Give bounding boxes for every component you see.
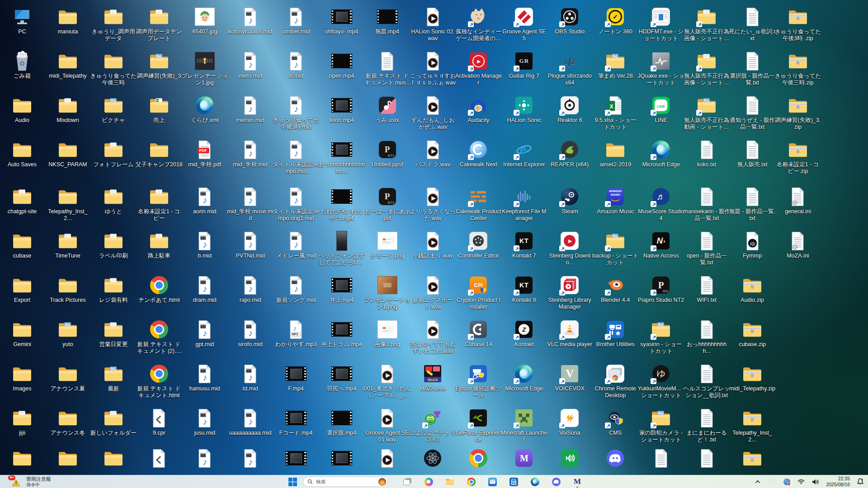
desktop-icon[interactable]: 新規 テキスト ドキュメント.musicxml [364, 50, 411, 87]
desktop-icon[interactable]: REAPER (x64) [546, 139, 593, 168]
desktop-icon[interactable] [455, 447, 502, 470]
desktop-icon[interactable]: ♪uaaaaaaaaa.mid [227, 407, 274, 436]
desktop-icon[interactable]: GRGuitar Rig 7 [500, 50, 547, 80]
desktop-icon[interactable]: Cakewalk Next [455, 139, 502, 168]
desktop-icon[interactable]: HALion Sonic [500, 94, 547, 124]
desktop-icon[interactable]: 最新 [90, 363, 137, 392]
desktop-icon[interactable]: 死にたい_ゅ歌詞.txt [729, 6, 776, 42]
desktop-icon[interactable]: おっhhhhhhhhhh... [683, 319, 730, 355]
desktop-icon[interactable]: ♪dram.mid [181, 274, 228, 304]
desktop-icon[interactable]: 新しいフォルダー [90, 407, 137, 436]
desktop-icon[interactable]: ⚙general.ini [774, 186, 821, 215]
desktop-icon[interactable]: Microsoft Edge [637, 139, 684, 168]
desktop-icon[interactable]: 新規エクスポート.wav [409, 274, 456, 311]
desktop-icon[interactable]: ✓ノートン 360 [592, 6, 639, 35]
desktop-icon[interactable]: yuto [44, 319, 91, 348]
desktop-icon[interactable]: X9.5.xlsx - ショートカット [592, 94, 639, 131]
desktop-icon[interactable]: ♪ [227, 447, 274, 470]
taskbar-discord-button[interactable] [551, 476, 561, 487]
desktop-icon[interactable]: 無題 - 親作品一覧.txt [729, 186, 776, 222]
desktop-icon[interactable]: ⚙MoZA.ini [774, 230, 821, 259]
desktop-icon[interactable]: Auto Saves [0, 139, 46, 168]
desktop-icon[interactable]: Audacity [455, 94, 502, 124]
desktop-icon[interactable]: 井上ドラム.mp4 [318, 319, 365, 348]
desktop-icon[interactable]: アナウンス冬 [44, 407, 91, 436]
desktop-icon[interactable]: sfzPlogue sforzando x64 [546, 50, 593, 87]
desktop-icon[interactable]: PNT2Untitled.ppsf [364, 139, 411, 168]
desktop-icon[interactable]: HDDFMT.exe - ショートカット [637, 6, 684, 42]
desktop-icon[interactable]: ♪メドレー風.mid [273, 230, 320, 259]
desktop-icon[interactable]: midi_Telepathy [44, 50, 91, 80]
desktop-icon[interactable]: ohhayo-.mp4 [318, 6, 365, 35]
taskbar-m-app-button[interactable]: M [572, 476, 582, 487]
desktop-icon[interactable]: PC [0, 6, 46, 35]
desktop-icon[interactable]: プレゼンテーション1.jpg [181, 50, 228, 87]
desktop-icon[interactable]: ♪xl.mid [273, 50, 320, 80]
desktop-icon[interactable]: Microsoft Edge [500, 363, 547, 392]
desktop-icon[interactable]: Chrome Remote Desktop [592, 363, 639, 399]
desktop-icon[interactable]: 選択肢 - 親作品一覧.txt [729, 50, 776, 87]
desktop-icon[interactable] [729, 447, 776, 470]
desktop-icon[interactable]: 9.cpr [136, 407, 183, 436]
desktop-icon[interactable]: LINELINE [637, 94, 684, 124]
desktop-icon[interactable]: cubase.zip [729, 319, 776, 348]
taskbar-microsoft-store-button[interactable] [509, 476, 519, 487]
desktop-icon[interactable] [44, 447, 91, 470]
desktop-icon[interactable]: airset2-2019 [592, 139, 639, 168]
desktop-icon[interactable]: cubase [0, 230, 46, 259]
desktop-icon[interactable] [592, 447, 639, 470]
desktop-icon[interactable] [90, 447, 137, 470]
desktop-icon[interactable]: うみ.ustx [364, 94, 411, 124]
desktop-icon[interactable]: amazonmusicAmazon Music [592, 186, 639, 215]
desktop-icon[interactable]: ♪新規ソング.mid [273, 274, 320, 304]
desktop-icon[interactable]: 名称未設定1 - コピー [136, 186, 183, 222]
desktop-icon[interactable]: 営業日変更 [90, 319, 137, 348]
tray-clock[interactable]: 22:352025/08/16 [826, 476, 850, 488]
desktop-icon[interactable]: ぷよぷよ™テトリス®2 [409, 407, 456, 444]
desktop-icon[interactable]: Telepathy_Inst_2... [44, 186, 91, 222]
desktop-icon[interactable]: Steam [546, 186, 593, 215]
desktop-icon[interactable]: ♪rajio.mid [227, 274, 274, 304]
desktop-icon[interactable]: ヘッドフォンはずしててよかっt.mp4 [318, 230, 365, 267]
desktop-icon[interactable]: CMS [592, 407, 639, 436]
desktop-icon[interactable]: OBS Studio [546, 6, 593, 35]
desktop-icon[interactable]: アナウンス夏 [44, 363, 91, 392]
desktop-icon[interactable]: ♪mero.mid [227, 50, 274, 80]
tray-wifi-icon[interactable] [797, 476, 805, 487]
desktop-icon[interactable]: open - 親作品一覧.txt [683, 230, 730, 267]
desktop-icon[interactable]: Fコード.mp4 [273, 407, 320, 436]
desktop[interactable]: PCmaniutaきゅうり_調声用データ調声用データテンプレート65407.jp… [0, 0, 868, 475]
desktop-icon[interactable]: 路上駐車 [136, 230, 183, 259]
desktop-icon[interactable]: きゅうり食ってた午後3時 .zip [774, 6, 821, 42]
taskbar-chrome-button[interactable] [466, 476, 476, 487]
desktop-icon[interactable]: バスドラ.wav [409, 139, 456, 168]
desktop-icon[interactable]: NKSC_PARAM [44, 139, 91, 168]
desktop-icon[interactable]: 父子キャンプ2018 [136, 139, 183, 168]
desktop-icon[interactable]: N›Native Access [637, 230, 684, 259]
desktop-icon[interactable]: ピクチャ [90, 94, 137, 124]
desktop-icon[interactable]: Reaktor 6 [546, 94, 593, 124]
taskbar-copilot-button[interactable] [424, 476, 434, 487]
desktop-icon[interactable]: レジ袋有料 [90, 274, 137, 304]
desktop-icon[interactable]: ♪b.mid [181, 230, 228, 259]
desktop-icon[interactable]: 通知うぜえ - 親作品一覧.txt [729, 94, 776, 131]
desktop-icon[interactable]: くらび.xml [181, 94, 228, 124]
desktop-icon[interactable]: 無人販売不正行為画像 - ショートカッ... [683, 6, 730, 42]
desktop-icon[interactable]: manisekarin - 親作品一覧.txt [683, 186, 730, 222]
desktop-icon[interactable]: Cubase 14 [455, 319, 502, 348]
desktop-icon[interactable]: 無人販売不正行為動画 - ショートカット [683, 94, 730, 131]
desktop-icon[interactable]: ♪aorin.mid [181, 186, 228, 215]
desktop-icon[interactable]: ラベル印刷 [90, 230, 137, 259]
desktop-icon[interactable]: Blender 4.4 [592, 274, 639, 304]
desktop-icon[interactable]: jijii [0, 407, 46, 436]
desktop-icon[interactable]: ♪gpt.mid [181, 319, 228, 348]
start-button[interactable] [288, 476, 297, 487]
desktop-icon[interactable]: ♪meroin.mid [227, 94, 274, 124]
desktop-icon[interactable]: ▶Activation Manager [455, 50, 502, 87]
desktop-icon[interactable]: 孤独なインディーゲーム開発者の一生 ... [455, 6, 502, 42]
desktop-icon[interactable]: 調声用データテンプレート [136, 6, 183, 42]
desktop-icon[interactable] [318, 447, 365, 470]
desktop-icon[interactable]: まにまにわーるど！.txt [683, 407, 730, 444]
desktop-icon[interactable]: 羽尻へ.mp4 [318, 363, 365, 392]
desktop-icon[interactable]: ZKontakt [500, 319, 547, 348]
